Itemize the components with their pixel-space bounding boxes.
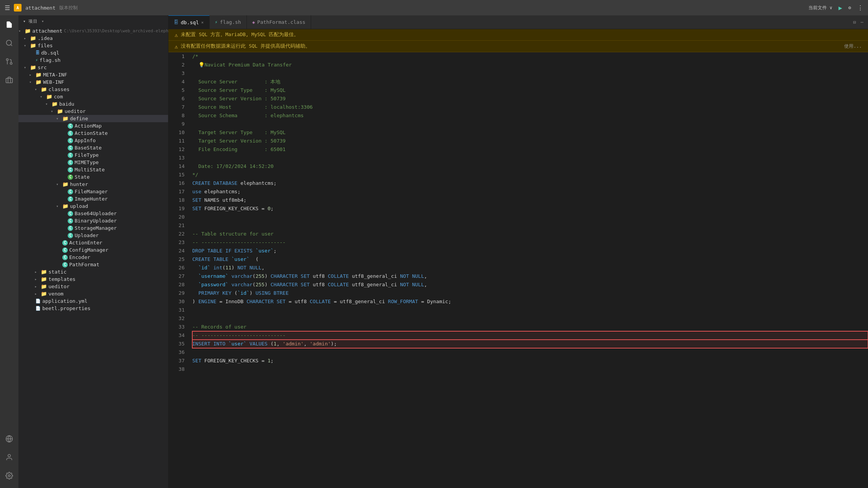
tree-item-label: MultiState	[75, 167, 105, 173]
tree-item-templates[interactable]: ▸ 📁 templates	[18, 276, 168, 283]
class-icon: C	[68, 138, 73, 143]
tree-item-BinaryUploader[interactable]: C BinaryUploader	[18, 217, 168, 224]
code-line-4: Source Server : 本地	[192, 78, 868, 86]
code-content: /* 💡Navicat Premium Data Transfer Source…	[188, 52, 868, 488]
tree-item-AppInfo[interactable]: C AppInfo	[18, 137, 168, 144]
tree-item-files[interactable]: ▾ 📁 files	[18, 42, 168, 49]
activity-search-icon[interactable]	[3, 37, 15, 49]
code-editor[interactable]: 1234567891011121314151617181920212223242…	[168, 52, 868, 488]
tab-class-icon: ◈	[252, 20, 255, 25]
tree-item-label: ActionState	[75, 130, 108, 136]
folder-icon: 📁	[62, 203, 68, 209]
tab-pathformat-class-label: PathFormat.class	[257, 19, 305, 25]
tab-flag-sh[interactable]: ⚡ flag.sh	[210, 15, 247, 29]
tab-split-icon[interactable]: ⊟	[853, 20, 856, 25]
activity-files-icon[interactable]	[3, 18, 15, 31]
warning-bar-1: ⚠ 未配置 SQL 方言。MariaDB, MySQL 匹配为最佳。	[168, 29, 868, 41]
tree-item-classes[interactable]: ▾ 📁 classes	[18, 86, 168, 93]
sidebar-header[interactable]: ▾ 项目 ▾	[18, 15, 168, 27]
sidebar-chevron-icon: ▾	[23, 19, 26, 24]
svg-point-2	[10, 63, 12, 65]
tree-item-com[interactable]: ▾ 📁 com	[18, 93, 168, 100]
code-line-33: -- Records of user	[192, 323, 868, 331]
tree-item-BaseState[interactable]: C BaseState	[18, 144, 168, 151]
tree-item-ueditor2[interactable]: ▸ 📁 ueditor	[18, 283, 168, 290]
app-logo: A	[14, 4, 22, 12]
tree-item-src[interactable]: ▾ 📁 src	[18, 64, 168, 71]
tree-item-MIMEType[interactable]: C MIMEType	[18, 159, 168, 166]
tree-item-Uploader[interactable]: C Uploader	[18, 232, 168, 239]
tree-item-label: Base64Uploader	[75, 211, 117, 216]
code-line-7: Source Host : localhost:3306	[192, 103, 868, 111]
tree-item-beetl-properties[interactable]: 📄 beetl.properties	[18, 305, 168, 312]
folder-icon: 📁	[35, 79, 42, 85]
tree-item-ActionEnter[interactable]: C ActionEnter	[18, 239, 168, 246]
tree-item-FileType[interactable]: C FileType	[18, 151, 168, 159]
tree-item-define[interactable]: ▾ 📁 define	[18, 115, 168, 122]
code-line-30: ) ENGINE = InnoDB CHARACTER SET = utf8 C…	[192, 297, 868, 306]
tree-item-label: define	[70, 116, 88, 121]
activity-account-icon[interactable]	[3, 451, 15, 463]
tree-item-venom[interactable]: ▸ 📁 venom	[18, 290, 168, 297]
tree-item-db-sql[interactable]: 🗄 db.sql	[18, 49, 168, 56]
tree-item-Encoder[interactable]: C Encoder	[18, 254, 168, 261]
tree-item-label: beetl.properties	[42, 305, 90, 311]
current-file-button[interactable]: 当前文件 ∨	[808, 5, 832, 11]
tree-item-META-INF[interactable]: ▸ 📁 META-INF	[18, 71, 168, 78]
tree-arrow-icon: ▾	[29, 80, 35, 84]
tab-db-sql[interactable]: 🗄 db.sql ×	[168, 15, 210, 29]
tree-item-upload[interactable]: ▾ 📁 upload	[18, 203, 168, 210]
tree-item-PathFormat[interactable]: C PathFormat	[18, 261, 168, 268]
tree-item-WEB-INF[interactable]: ▾ 📁 WEB-INF	[18, 78, 168, 86]
tab-pathformat-class[interactable]: ◈ PathFormat.class	[247, 15, 311, 29]
tree-item-ueditor[interactable]: ▾ 📁 ueditor	[18, 108, 168, 115]
folder-icon: 📁	[30, 43, 36, 48]
hamburger-icon[interactable]: ☰	[5, 4, 10, 12]
tab-db-sql-close[interactable]: ×	[201, 20, 204, 25]
tree-item-ActionState[interactable]: C ActionState	[18, 129, 168, 137]
activity-extensions-icon[interactable]	[3, 74, 15, 86]
code-line-37: SET FOREIGN_KEY_CHECKS = 1;	[192, 357, 868, 365]
tree-item-static[interactable]: ▸ 📁 static	[18, 268, 168, 276]
tree-item-State[interactable]: C State	[18, 173, 168, 181]
version-control-label[interactable]: 版本控制	[59, 5, 78, 11]
activity-remote-icon[interactable]	[3, 433, 15, 445]
class-icon: C	[62, 262, 68, 267]
tree-item-MultiState[interactable]: C MultiState	[18, 166, 168, 173]
sidebar: ▾ 项目 ▾ ▾ 📁 attachment C:\Users\35393\Des…	[18, 15, 168, 488]
tree-item-idea[interactable]: ▸ 📁 .idea	[18, 35, 168, 42]
more-icon[interactable]: ⋮	[857, 4, 863, 12]
run-button[interactable]: ▶	[838, 4, 842, 12]
line-number-28: 28	[175, 281, 185, 289]
file-prop-icon: 📄	[35, 306, 41, 311]
warn-action-right[interactable]: 使用...	[844, 43, 862, 50]
line-number-34: 34	[175, 331, 185, 340]
tree-item-flag-sh[interactable]: ⚡ flag.sh	[18, 56, 168, 64]
tree-item-Base64Uploader[interactable]: C Base64Uploader	[18, 210, 168, 217]
tab-more-icon[interactable]: ⋯	[861, 20, 863, 25]
tree-item-label: files	[38, 43, 53, 48]
tree-item-StorageManager[interactable]: C StorageManager	[18, 224, 168, 232]
line-number-24: 24	[175, 247, 185, 255]
tree-arrow-icon: ▾	[35, 87, 41, 91]
tree-item-FileManager[interactable]: C FileManager	[18, 188, 168, 195]
project-dropdown-icon[interactable]: ▾	[42, 19, 45, 24]
svg-line-1	[11, 45, 12, 46]
code-line-5: Source Server Type : MySQL	[192, 86, 868, 95]
tree-arrow-icon: ▾	[40, 95, 46, 99]
tree-item-ActionMap[interactable]: C ActionMap	[18, 122, 168, 129]
tree-item-ConfigManager[interactable]: C ConfigManager	[18, 246, 168, 254]
activity-git-icon[interactable]	[3, 55, 15, 68]
line-number-19: 19	[175, 204, 185, 213]
tree-item-application-yml[interactable]: 📄 application.yml	[18, 297, 168, 305]
code-line-17: use elephantcms;	[192, 188, 868, 196]
tree-item-baidu[interactable]: ▾ 📁 baidu	[18, 100, 168, 108]
settings-icon[interactable]: ⚙	[848, 5, 851, 10]
tree-item-label: .idea	[38, 35, 53, 41]
tree-item-ImageHunter[interactable]: C ImageHunter	[18, 195, 168, 203]
tree-item-label: AppInfo	[75, 138, 96, 143]
line-number-7: 7	[175, 103, 185, 111]
tree-item-hunter[interactable]: ▾ 📁 hunter	[18, 181, 168, 188]
activity-settings-bottom-icon[interactable]	[3, 470, 15, 482]
tree-item-attachment-root[interactable]: ▾ 📁 attachment C:\Users\35393\Desktop\we…	[18, 27, 168, 35]
